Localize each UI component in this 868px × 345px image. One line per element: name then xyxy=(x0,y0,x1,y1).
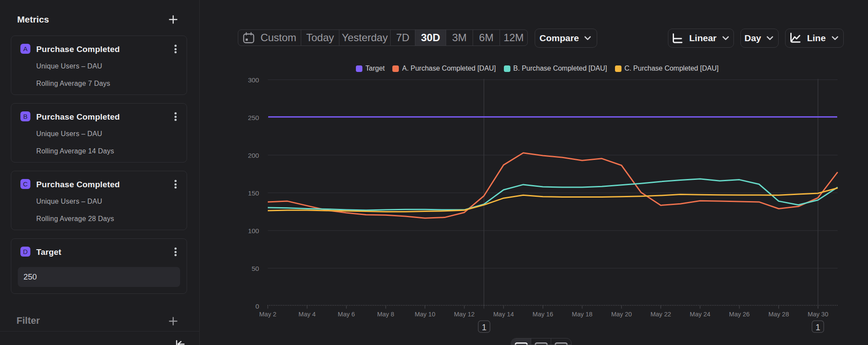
svg-text:May 18: May 18 xyxy=(572,311,593,318)
svg-text:1: 1 xyxy=(482,322,487,332)
svg-text:May 8: May 8 xyxy=(377,311,395,318)
svg-text:May 14: May 14 xyxy=(493,311,514,318)
svg-text:May 6: May 6 xyxy=(338,311,355,318)
svg-text:50: 50 xyxy=(252,265,260,272)
svg-text:May 12: May 12 xyxy=(454,311,475,318)
svg-text:150: 150 xyxy=(248,189,259,197)
svg-text:100: 100 xyxy=(248,227,259,234)
svg-text:May 10: May 10 xyxy=(414,311,435,318)
svg-text:May 26: May 26 xyxy=(729,311,750,318)
svg-text:May 4: May 4 xyxy=(299,311,316,318)
svg-text:300: 300 xyxy=(248,76,259,84)
svg-text:1: 1 xyxy=(815,322,820,332)
svg-text:May 22: May 22 xyxy=(651,311,671,318)
svg-text:250: 250 xyxy=(248,114,259,121)
svg-text:May 16: May 16 xyxy=(533,311,553,318)
svg-text:May 20: May 20 xyxy=(611,311,632,318)
svg-text:200: 200 xyxy=(248,152,259,159)
svg-text:May 2: May 2 xyxy=(259,311,276,318)
svg-text:May 30: May 30 xyxy=(808,311,829,318)
svg-text:May 28: May 28 xyxy=(768,311,789,318)
svg-text:0: 0 xyxy=(255,303,259,310)
svg-text:May 24: May 24 xyxy=(690,311,710,318)
